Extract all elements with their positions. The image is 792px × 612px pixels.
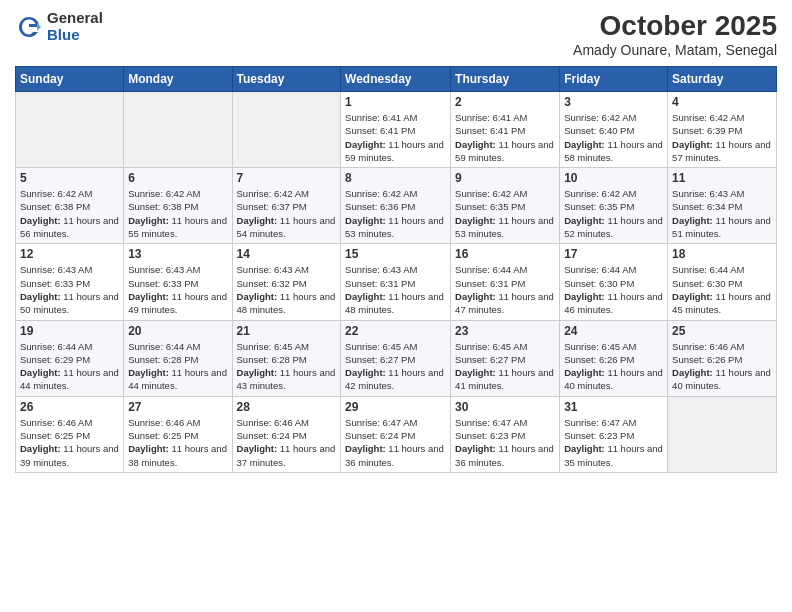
day-number: 29 <box>345 400 446 414</box>
calendar-week-row: 12Sunrise: 6:43 AMSunset: 6:33 PMDayligh… <box>16 244 777 320</box>
day-number: 10 <box>564 171 663 185</box>
day-info: Sunrise: 6:42 AMSunset: 6:37 PMDaylight:… <box>237 187 337 240</box>
day-number: 12 <box>20 247 119 261</box>
calendar-cell: 14Sunrise: 6:43 AMSunset: 6:32 PMDayligh… <box>232 244 341 320</box>
calendar-week-row: 5Sunrise: 6:42 AMSunset: 6:38 PMDaylight… <box>16 168 777 244</box>
day-number: 15 <box>345 247 446 261</box>
col-saturday: Saturday <box>668 67 777 92</box>
day-number: 21 <box>237 324 337 338</box>
day-number: 26 <box>20 400 119 414</box>
month-title: October 2025 <box>573 10 777 42</box>
day-number: 18 <box>672 247 772 261</box>
calendar-cell: 26Sunrise: 6:46 AMSunset: 6:25 PMDayligh… <box>16 396 124 472</box>
day-number: 3 <box>564 95 663 109</box>
calendar-cell: 7Sunrise: 6:42 AMSunset: 6:37 PMDaylight… <box>232 168 341 244</box>
calendar-cell: 2Sunrise: 6:41 AMSunset: 6:41 PMDaylight… <box>451 92 560 168</box>
calendar-cell: 22Sunrise: 6:45 AMSunset: 6:27 PMDayligh… <box>341 320 451 396</box>
calendar-cell: 3Sunrise: 6:42 AMSunset: 6:40 PMDaylight… <box>560 92 668 168</box>
logo-blue: Blue <box>47 27 103 44</box>
day-info: Sunrise: 6:45 AMSunset: 6:28 PMDaylight:… <box>237 340 337 393</box>
day-number: 2 <box>455 95 555 109</box>
day-number: 7 <box>237 171 337 185</box>
day-info: Sunrise: 6:44 AMSunset: 6:29 PMDaylight:… <box>20 340 119 393</box>
day-number: 24 <box>564 324 663 338</box>
day-number: 28 <box>237 400 337 414</box>
day-info: Sunrise: 6:43 AMSunset: 6:34 PMDaylight:… <box>672 187 772 240</box>
day-number: 9 <box>455 171 555 185</box>
calendar-cell: 16Sunrise: 6:44 AMSunset: 6:31 PMDayligh… <box>451 244 560 320</box>
logo-general: General <box>47 10 103 27</box>
calendar-cell: 4Sunrise: 6:42 AMSunset: 6:39 PMDaylight… <box>668 92 777 168</box>
calendar-cell: 13Sunrise: 6:43 AMSunset: 6:33 PMDayligh… <box>124 244 232 320</box>
day-info: Sunrise: 6:42 AMSunset: 6:35 PMDaylight:… <box>564 187 663 240</box>
day-info: Sunrise: 6:46 AMSunset: 6:25 PMDaylight:… <box>20 416 119 469</box>
calendar-cell: 5Sunrise: 6:42 AMSunset: 6:38 PMDaylight… <box>16 168 124 244</box>
calendar-cell: 28Sunrise: 6:46 AMSunset: 6:24 PMDayligh… <box>232 396 341 472</box>
day-info: Sunrise: 6:41 AMSunset: 6:41 PMDaylight:… <box>345 111 446 164</box>
day-info: Sunrise: 6:47 AMSunset: 6:23 PMDaylight:… <box>564 416 663 469</box>
title-block: October 2025 Amady Ounare, Matam, Senega… <box>573 10 777 58</box>
calendar-cell: 20Sunrise: 6:44 AMSunset: 6:28 PMDayligh… <box>124 320 232 396</box>
day-info: Sunrise: 6:42 AMSunset: 6:38 PMDaylight:… <box>20 187 119 240</box>
calendar-cell: 24Sunrise: 6:45 AMSunset: 6:26 PMDayligh… <box>560 320 668 396</box>
day-info: Sunrise: 6:46 AMSunset: 6:26 PMDaylight:… <box>672 340 772 393</box>
day-info: Sunrise: 6:43 AMSunset: 6:31 PMDaylight:… <box>345 263 446 316</box>
calendar-cell: 18Sunrise: 6:44 AMSunset: 6:30 PMDayligh… <box>668 244 777 320</box>
day-info: Sunrise: 6:43 AMSunset: 6:33 PMDaylight:… <box>128 263 227 316</box>
col-sunday: Sunday <box>16 67 124 92</box>
calendar-cell: 25Sunrise: 6:46 AMSunset: 6:26 PMDayligh… <box>668 320 777 396</box>
day-info: Sunrise: 6:46 AMSunset: 6:24 PMDaylight:… <box>237 416 337 469</box>
day-number: 14 <box>237 247 337 261</box>
calendar-cell: 23Sunrise: 6:45 AMSunset: 6:27 PMDayligh… <box>451 320 560 396</box>
day-info: Sunrise: 6:41 AMSunset: 6:41 PMDaylight:… <box>455 111 555 164</box>
calendar-cell: 11Sunrise: 6:43 AMSunset: 6:34 PMDayligh… <box>668 168 777 244</box>
location-subtitle: Amady Ounare, Matam, Senegal <box>573 42 777 58</box>
day-info: Sunrise: 6:43 AMSunset: 6:33 PMDaylight:… <box>20 263 119 316</box>
calendar-cell: 31Sunrise: 6:47 AMSunset: 6:23 PMDayligh… <box>560 396 668 472</box>
day-number: 13 <box>128 247 227 261</box>
calendar-cell: 10Sunrise: 6:42 AMSunset: 6:35 PMDayligh… <box>560 168 668 244</box>
calendar-cell: 17Sunrise: 6:44 AMSunset: 6:30 PMDayligh… <box>560 244 668 320</box>
calendar-cell <box>668 396 777 472</box>
calendar-cell <box>16 92 124 168</box>
day-info: Sunrise: 6:47 AMSunset: 6:23 PMDaylight:… <box>455 416 555 469</box>
calendar-cell <box>124 92 232 168</box>
day-info: Sunrise: 6:42 AMSunset: 6:36 PMDaylight:… <box>345 187 446 240</box>
day-info: Sunrise: 6:42 AMSunset: 6:38 PMDaylight:… <box>128 187 227 240</box>
day-number: 22 <box>345 324 446 338</box>
day-info: Sunrise: 6:44 AMSunset: 6:31 PMDaylight:… <box>455 263 555 316</box>
day-number: 1 <box>345 95 446 109</box>
day-info: Sunrise: 6:42 AMSunset: 6:40 PMDaylight:… <box>564 111 663 164</box>
col-monday: Monday <box>124 67 232 92</box>
day-number: 23 <box>455 324 555 338</box>
day-info: Sunrise: 6:45 AMSunset: 6:26 PMDaylight:… <box>564 340 663 393</box>
day-info: Sunrise: 6:44 AMSunset: 6:28 PMDaylight:… <box>128 340 227 393</box>
day-info: Sunrise: 6:45 AMSunset: 6:27 PMDaylight:… <box>345 340 446 393</box>
day-info: Sunrise: 6:43 AMSunset: 6:32 PMDaylight:… <box>237 263 337 316</box>
day-number: 20 <box>128 324 227 338</box>
day-number: 30 <box>455 400 555 414</box>
day-number: 4 <box>672 95 772 109</box>
calendar-cell <box>232 92 341 168</box>
day-number: 5 <box>20 171 119 185</box>
calendar-cell: 1Sunrise: 6:41 AMSunset: 6:41 PMDaylight… <box>341 92 451 168</box>
day-info: Sunrise: 6:44 AMSunset: 6:30 PMDaylight:… <box>672 263 772 316</box>
col-friday: Friday <box>560 67 668 92</box>
calendar-table: Sunday Monday Tuesday Wednesday Thursday… <box>15 66 777 473</box>
calendar-cell: 19Sunrise: 6:44 AMSunset: 6:29 PMDayligh… <box>16 320 124 396</box>
calendar-cell: 8Sunrise: 6:42 AMSunset: 6:36 PMDaylight… <box>341 168 451 244</box>
page: General Blue October 2025 Amady Ounare, … <box>0 0 792 612</box>
day-info: Sunrise: 6:44 AMSunset: 6:30 PMDaylight:… <box>564 263 663 316</box>
logo-text: General Blue <box>47 10 103 43</box>
calendar-cell: 15Sunrise: 6:43 AMSunset: 6:31 PMDayligh… <box>341 244 451 320</box>
col-thursday: Thursday <box>451 67 560 92</box>
calendar-cell: 27Sunrise: 6:46 AMSunset: 6:25 PMDayligh… <box>124 396 232 472</box>
col-wednesday: Wednesday <box>341 67 451 92</box>
header: General Blue October 2025 Amady Ounare, … <box>15 10 777 58</box>
calendar-week-row: 26Sunrise: 6:46 AMSunset: 6:25 PMDayligh… <box>16 396 777 472</box>
calendar-cell: 9Sunrise: 6:42 AMSunset: 6:35 PMDaylight… <box>451 168 560 244</box>
calendar-cell: 12Sunrise: 6:43 AMSunset: 6:33 PMDayligh… <box>16 244 124 320</box>
day-number: 25 <box>672 324 772 338</box>
day-number: 19 <box>20 324 119 338</box>
logo-icon <box>15 13 43 41</box>
